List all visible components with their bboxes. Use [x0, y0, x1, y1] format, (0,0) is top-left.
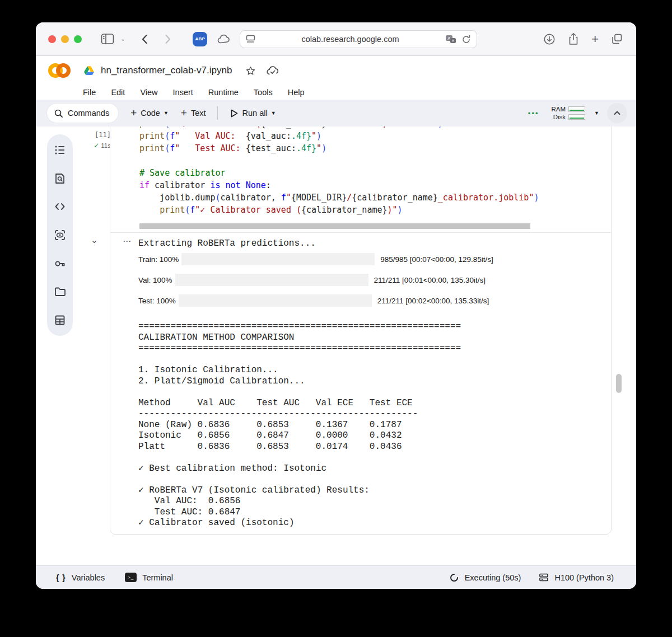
progress-info: 211/211 [00:02<00:00, 135.33it/s] — [377, 297, 489, 305]
variables-button[interactable]: { } Variables — [56, 573, 105, 582]
progress-bar — [181, 253, 375, 265]
output-menu-icon[interactable]: ⋯ — [123, 236, 132, 246]
disk-label: Disk — [553, 114, 566, 120]
code-text: print(f"\n✓ RoBERTa V7 ({best_method} ca… — [110, 127, 611, 216]
sidebar-toggle-icon[interactable] — [101, 33, 114, 45]
add-text-label: Text — [191, 109, 206, 118]
progress-label: Train: 100% — [138, 255, 179, 264]
progress-row-val: Val: 100% 211/211 [00:01<00:00, 135.30it… — [138, 273, 611, 287]
toolbar-divider — [217, 106, 218, 120]
commands-button[interactable]: Commands — [47, 104, 118, 123]
terminal-icon: >_ — [125, 573, 137, 582]
terminal-button[interactable]: >_ Terminal — [125, 573, 173, 582]
add-code-label: Code — [141, 109, 160, 118]
zoom-window-button[interactable] — [74, 35, 82, 43]
runtime-label: H100 (Python 3) — [554, 573, 614, 582]
find-replace-icon[interactable] — [54, 172, 66, 185]
minimize-window-button[interactable] — [61, 35, 69, 43]
progress-info: 211/211 [00:01<00:00, 135.30it/s] — [374, 276, 486, 284]
window-controls — [48, 35, 82, 43]
new-tab-icon[interactable]: + — [591, 32, 599, 46]
menu-file[interactable]: File — [83, 88, 96, 97]
menu-view[interactable]: View — [140, 88, 157, 97]
cloud-extension-icon[interactable] — [217, 34, 231, 45]
progress-label: Test: 100% — [138, 297, 176, 305]
table-of-contents-icon[interactable] — [54, 144, 66, 156]
add-code-caret-icon[interactable]: ▼ — [164, 110, 169, 116]
adblock-extension-badge[interactable]: ABP — [193, 32, 207, 46]
menu-help[interactable]: Help — [288, 88, 305, 97]
code-snippets-icon[interactable] — [54, 200, 66, 213]
execution-time: ✓11s — [80, 142, 111, 149]
notebook-scroll-area[interactable]: [11] ✓11s print(f"\n✓ RoBERTa V7 ({best_… — [36, 127, 636, 565]
progress-row-test: Test: 100% 211/211 [00:02<00:00, 135.33i… — [138, 294, 611, 307]
add-code-button[interactable]: + Code — [130, 107, 160, 119]
resource-monitor[interactable]: RAM Disk — [552, 106, 586, 120]
star-icon[interactable] — [245, 65, 256, 76]
terminal-label: Terminal — [142, 573, 173, 582]
cloud-saved-icon[interactable] — [266, 65, 279, 76]
run-all-icon — [230, 109, 239, 118]
cell-output: ⋯ Extracting RoBERTa predictions... Trai… — [110, 233, 611, 535]
menu-insert[interactable]: Insert — [173, 88, 193, 97]
vertical-scrollbar[interactable] — [616, 374, 622, 393]
reload-icon[interactable] — [461, 35, 471, 44]
braces-icon: { } — [56, 573, 66, 582]
drive-file-icon — [84, 66, 94, 75]
chevron-up-icon — [613, 109, 622, 118]
runtime-selector[interactable]: H100 (Python 3) — [539, 573, 614, 582]
notebook-toolbar: Commands + Code ▼ + Text Run all ▼ ••• R… — [36, 100, 636, 127]
code-editor[interactable]: print(f"\n✓ RoBERTa V7 ({best_method} ca… — [110, 127, 611, 233]
colab-logo[interactable] — [47, 62, 72, 79]
output-status-line: Extracting RoBERTa predictions... — [138, 238, 611, 249]
menu-runtime[interactable]: Runtime — [208, 88, 239, 97]
progress-label: Val: 100% — [138, 276, 172, 284]
output-text: ========================================… — [138, 321, 611, 529]
progress-bar — [175, 274, 368, 286]
run-all-button[interactable]: Run all — [230, 109, 268, 118]
plus-icon: + — [130, 107, 137, 119]
share-icon[interactable] — [568, 32, 579, 45]
menu-bar: File Edit View Insert Runtime Tools Help — [36, 85, 636, 100]
menu-edit[interactable]: Edit — [111, 88, 125, 97]
back-button[interactable] — [139, 33, 151, 45]
add-text-button[interactable]: + Text — [181, 107, 206, 119]
address-bar[interactable]: colab.research.google.com A✕ — [240, 30, 477, 48]
ram-label: RAM — [552, 106, 566, 113]
progress-bar — [179, 294, 372, 307]
code-cell: print(f"\n✓ RoBERTa V7 ({best_method} ca… — [110, 127, 612, 535]
reader-mode-icon[interactable] — [246, 34, 255, 44]
data-table-icon[interactable] — [54, 314, 66, 326]
plus-icon: + — [181, 107, 187, 119]
secrets-key-icon[interactable] — [54, 257, 66, 270]
run-all-label: Run all — [242, 109, 268, 118]
disk-usage-bar — [568, 114, 585, 120]
executing-status[interactable]: Executing (50s) — [449, 573, 521, 583]
translate-icon[interactable]: A✕ — [445, 35, 456, 44]
cell-execution-info: [11] ✓11s — [80, 131, 111, 149]
tab-overview-icon[interactable] — [611, 33, 623, 45]
progress-row-train: Train: 100% 985/985 [00:07<00:00, 129.85… — [138, 252, 611, 266]
search-icon — [54, 109, 63, 118]
horizontal-scrollbar[interactable] — [139, 223, 530, 229]
execution-count: [11] — [80, 131, 111, 139]
files-folder-icon[interactable] — [54, 285, 66, 298]
run-all-caret-icon[interactable]: ▼ — [271, 110, 276, 116]
forward-button[interactable] — [161, 33, 174, 45]
browser-toolbar: ⌄ ABP colab.research.google.com A✕ — [36, 22, 636, 56]
close-window-button[interactable] — [48, 35, 56, 43]
collapse-output-chevron-icon[interactable]: ⌄ — [91, 235, 98, 245]
variables-label: Variables — [72, 573, 105, 582]
collapse-header-button[interactable] — [607, 103, 627, 123]
sidebar-chevron-icon[interactable]: ⌄ — [120, 35, 125, 43]
connection-dots-icon[interactable]: ••• — [528, 109, 539, 118]
scan-eye-icon[interactable] — [54, 229, 66, 241]
ram-usage-bar — [568, 106, 585, 112]
spinner-icon — [449, 573, 459, 583]
commands-label: Commands — [68, 109, 109, 118]
resources-caret-icon[interactable]: ▼ — [594, 110, 599, 116]
url-text: colab.research.google.com — [255, 35, 445, 44]
downloads-icon[interactable] — [543, 33, 556, 45]
notebook-filename[interactable]: hn_transformer_colab-v7.ipynb — [101, 65, 232, 76]
menu-tools[interactable]: Tools — [254, 88, 273, 97]
